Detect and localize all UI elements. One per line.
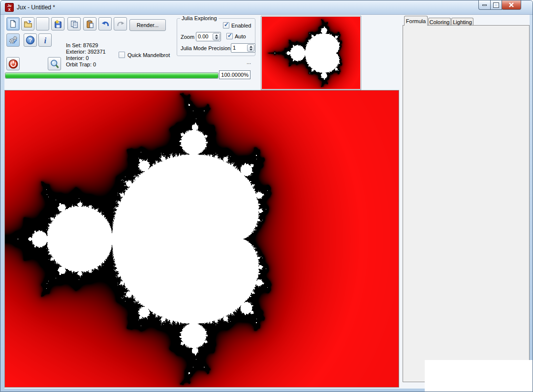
open-button[interactable] (21, 17, 34, 30)
tab-lighting-label: Lighting (453, 19, 472, 25)
julia-precision-label: Julia Mode Precision (181, 45, 231, 51)
svg-text:?: ? (29, 37, 32, 44)
julia-zoom-spin-arrows[interactable] (213, 33, 220, 40)
paste-clipboard-icon (86, 20, 94, 29)
julia-zoom-spinner[interactable]: 0.00 (196, 32, 221, 41)
julia-zoom-label: Zoom (181, 34, 194, 40)
help-button[interactable]: ? (24, 33, 37, 47)
tab-lighting[interactable]: Lighting (451, 18, 473, 26)
julia-group-title: Julia Exploring (180, 15, 219, 21)
julia-auto-checkbox[interactable] (226, 33, 233, 39)
power-icon (8, 59, 18, 69)
render-button-label: Render... (137, 22, 159, 28)
close-button[interactable] (502, 0, 521, 10)
julia-auto-label: Auto (235, 33, 246, 39)
open-folder-icon (24, 20, 32, 29)
logo-top: Ju (5, 4, 13, 8)
undo-arrow-icon (101, 20, 110, 29)
close-icon (508, 2, 514, 8)
maximize-icon (494, 3, 499, 7)
stat-interior: Interior: 0 (66, 55, 89, 61)
redo-arrow-icon (116, 20, 125, 29)
progress-bar (5, 72, 219, 79)
zoom-tool-button[interactable] (48, 57, 61, 70)
stop-button[interactable] (6, 57, 20, 70)
tab-formula-label: Formula (406, 18, 426, 24)
app-window: Ju X Jux - Untitled * Render... (0, 0, 533, 392)
ellipsis-label: ... (247, 59, 251, 65)
fractal-frame (4, 90, 399, 388)
julia-precision-spinner[interactable]: 1 (231, 43, 255, 53)
formula-tab-panel (403, 25, 530, 382)
stat-orbit-trap: Orbit Trap: 0 (66, 61, 96, 67)
title-bar[interactable]: Ju X Jux - Untitled * (0, 0, 533, 15)
logo-bottom: X (5, 8, 13, 12)
mandelbrot-view[interactable] (5, 90, 399, 387)
save-button[interactable] (51, 17, 64, 30)
copy-icon (70, 20, 79, 29)
stat-in-set: In Set: 87629 (66, 42, 98, 48)
new-document-icon (9, 20, 17, 28)
copy-button[interactable] (67, 17, 81, 30)
paste-button[interactable] (83, 17, 96, 30)
progress-percent: 100.0000% (219, 70, 251, 79)
render-button[interactable]: Render... (129, 19, 166, 31)
preview-frame (261, 16, 361, 90)
redo-button[interactable] (114, 17, 127, 30)
mandelbrot-preview[interactable] (262, 17, 360, 89)
gear-icon (8, 35, 18, 45)
new-button[interactable] (6, 17, 20, 30)
quick-mandelbrot-checkbox[interactable] (119, 52, 125, 58)
minimize-icon (482, 4, 487, 6)
julia-enabled-label: Enabled (231, 23, 251, 29)
stat-exterior: Exterior: 392371 (66, 49, 106, 55)
app-logo-icon: Ju X (5, 3, 14, 12)
maximize-button[interactable] (490, 0, 502, 10)
julia-precision-spin-arrows[interactable] (247, 44, 254, 52)
help-icon: ? (26, 35, 35, 45)
quick-mandelbrot-label: Quick Mandelbrot (127, 52, 170, 58)
magnifier-icon (50, 59, 60, 69)
settings-button[interactable] (6, 33, 20, 47)
info-button[interactable]: i (38, 33, 52, 47)
window-title: Jux - Untitled * (17, 4, 55, 11)
save-disk-icon (54, 20, 63, 29)
tab-coloring-label: Coloring (430, 19, 450, 25)
empty-toolbar-button[interactable] (36, 17, 49, 30)
julia-precision-value: 1 (231, 44, 247, 52)
info-icon: i (41, 36, 50, 45)
overlapping-window (425, 360, 533, 392)
svg-text:i: i (44, 36, 46, 44)
undo-button[interactable] (98, 17, 112, 30)
tab-coloring[interactable]: Coloring (428, 18, 451, 26)
julia-enabled-checkbox[interactable] (223, 22, 229, 29)
minimize-button[interactable] (478, 0, 491, 10)
tab-formula[interactable]: Formula (404, 16, 428, 26)
julia-zoom-value: 0.00 (196, 32, 212, 41)
progress-fill (5, 73, 218, 78)
